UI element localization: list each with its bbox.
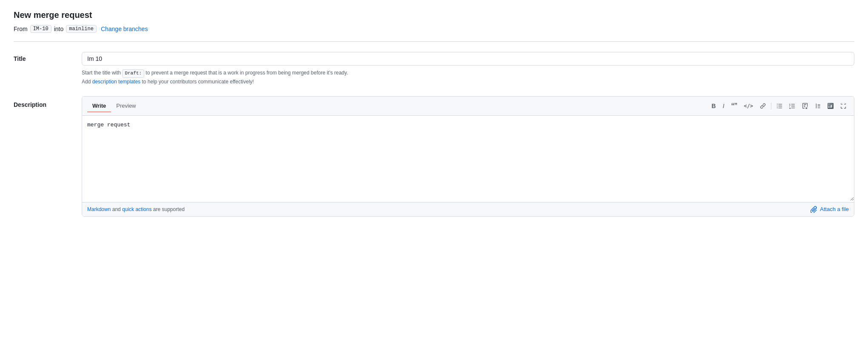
description-label-col: Description (14, 96, 82, 217)
editor-footer: Markdown and quick actions are supported… (82, 202, 854, 216)
markdown-link[interactable]: Markdown (87, 206, 111, 212)
editor-tabs: Write Preview (87, 100, 141, 112)
footer-left: Markdown and quick actions are supported (87, 206, 185, 212)
change-branches-link[interactable]: Change branches (101, 26, 148, 32)
from-label: From (14, 26, 28, 32)
target-branch-badge: mainline (66, 25, 97, 33)
description-section: Description Write Preview B I “” </> (14, 96, 854, 217)
table-button[interactable] (825, 101, 836, 111)
draft-badge: Draft: (122, 69, 144, 78)
tab-write[interactable]: Write (87, 100, 111, 112)
blockquote-button[interactable]: “” (728, 101, 740, 111)
title-section: Title Start the title with Draft: to pre… (14, 52, 854, 86)
fullscreen-button[interactable] (838, 101, 849, 111)
hint-end-text: to help your contributors communicate ef… (142, 79, 254, 85)
footer-supported: are supported (153, 206, 185, 212)
into-label: into (54, 26, 64, 32)
toolbar-divider-1 (771, 103, 771, 109)
attach-icon (811, 206, 817, 213)
indent-button[interactable] (812, 101, 823, 111)
hint-start-text: Start the title with (82, 70, 121, 76)
code-button[interactable]: </> (741, 102, 756, 110)
unordered-list-button[interactable] (774, 101, 785, 111)
editor-body: merge request (82, 116, 854, 202)
editor-toolbar: B I “” </> (709, 101, 849, 111)
footer-and: and (112, 206, 122, 212)
description-templates-link[interactable]: description templates (92, 79, 140, 85)
hint-add-text: Add (82, 79, 91, 85)
description-textarea[interactable]: merge request (82, 116, 854, 201)
hint-middle-text: to prevent a merge request that is a wor… (146, 70, 348, 76)
ordered-list-button[interactable] (787, 101, 798, 111)
title-content-col: Start the title with Draft: to prevent a… (82, 52, 854, 86)
bold-button[interactable]: B (709, 101, 718, 111)
title-input[interactable] (82, 52, 854, 66)
branch-info: From IM-10 into mainline Change branches (14, 25, 854, 42)
task-list-button[interactable] (799, 101, 811, 111)
draft-link[interactable]: Draft: (122, 70, 146, 76)
source-branch-badge: IM-10 (30, 25, 51, 33)
attach-file-button[interactable]: Attach a file (811, 206, 849, 213)
title-label-col: Title (14, 52, 82, 86)
quick-actions-link[interactable]: quick actions (122, 206, 151, 212)
title-hint: Start the title with Draft: to prevent a… (82, 69, 854, 86)
description-label: Description (14, 101, 46, 108)
description-content-col: Write Preview B I “” </> (82, 96, 854, 217)
link-button[interactable] (757, 101, 768, 111)
attach-file-label: Attach a file (820, 206, 849, 212)
title-label: Title (14, 55, 26, 62)
page-title: New merge request (14, 10, 854, 20)
tab-preview[interactable]: Preview (111, 100, 141, 112)
italic-button[interactable]: I (720, 101, 727, 111)
editor-header: Write Preview B I “” </> (82, 97, 854, 116)
editor-container: Write Preview B I “” </> (82, 96, 854, 217)
